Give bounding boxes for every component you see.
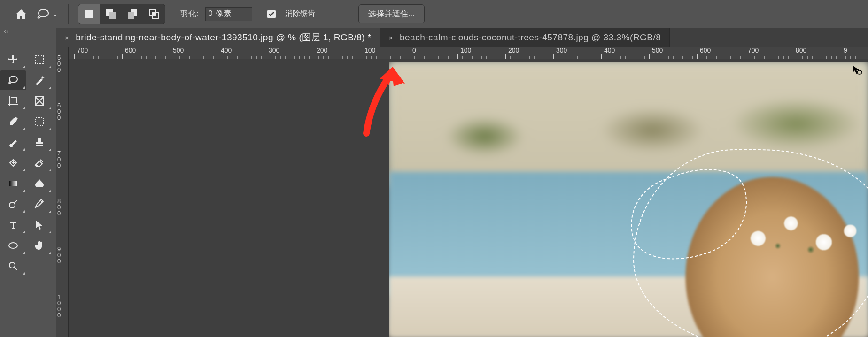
- svg-point-14: [9, 243, 17, 248]
- brush-icon: [8, 137, 19, 148]
- path-select-tool[interactable]: [26, 215, 53, 235]
- lasso-tool-icon: [36, 8, 50, 20]
- current-tool-preset[interactable]: ⌄: [36, 6, 58, 22]
- feather-input[interactable]: [205, 7, 252, 21]
- canvas-viewport: 7006005004003002001000100200300400500600…: [56, 47, 868, 337]
- eraser-icon: [34, 157, 45, 168]
- antialias-label: 消除锯齿: [285, 9, 315, 19]
- type-tool[interactable]: [0, 215, 26, 235]
- antialias-checkbox[interactable]: [267, 10, 276, 18]
- close-icon[interactable]: ×: [389, 34, 393, 42]
- marquee-deselect-icon: [34, 116, 45, 127]
- gradient-tool[interactable]: [0, 174, 26, 193]
- close-icon[interactable]: ×: [65, 34, 69, 42]
- selection-add-icon: [105, 8, 116, 20]
- eyedropper-tool[interactable]: [0, 112, 26, 131]
- crop-icon: [8, 95, 19, 107]
- svg-point-16: [857, 70, 862, 74]
- document-tab-1[interactable]: × bride-standing-near-body-of-water-1393…: [56, 28, 380, 47]
- collapse-chevrons-icon[interactable]: ‹‹: [4, 27, 8, 35]
- toolbox: [0, 47, 56, 337]
- smudge-icon: [34, 178, 45, 189]
- lasso-icon: [8, 75, 19, 86]
- pen-tool[interactable]: [26, 194, 53, 214]
- selection-intersect-button[interactable]: [143, 4, 165, 24]
- type-icon: [8, 219, 19, 230]
- stamp-icon: [34, 137, 45, 148]
- dodge-icon: [8, 199, 19, 210]
- zoom-icon: [8, 260, 19, 272]
- selection-add-button[interactable]: [100, 4, 122, 24]
- selection-subtract-icon: [127, 8, 138, 20]
- selection-combine-modes: [78, 4, 165, 24]
- ruler-horizontal[interactable]: 7006005004003002001000100200300400500600…: [69, 47, 868, 59]
- tool-empty: [26, 256, 53, 276]
- dodge-tool[interactable]: [0, 194, 26, 214]
- lasso-tool[interactable]: [0, 70, 26, 90]
- check-icon: [268, 11, 275, 17]
- svg-rect-10: [36, 118, 43, 125]
- marquee-icon: [34, 54, 45, 65]
- ellipse-icon: [8, 240, 19, 251]
- toolbox-header: ‹‹: [0, 28, 56, 47]
- selection-new-button[interactable]: [78, 4, 100, 24]
- move-icon: [8, 54, 19, 65]
- zoom-tool[interactable]: [0, 256, 26, 276]
- feather-label: 羽化:: [180, 8, 199, 19]
- svg-point-15: [9, 262, 15, 268]
- stamp-tool[interactable]: [26, 132, 53, 152]
- magic-wand-icon: [34, 75, 45, 86]
- lasso-cursor-icon: [852, 65, 862, 75]
- ellipse-tool[interactable]: [0, 236, 26, 255]
- pen-icon: [34, 199, 45, 210]
- canvas-area[interactable]: [69, 59, 868, 337]
- gradient-icon: [8, 178, 19, 189]
- eyedropper-icon: [8, 116, 19, 127]
- document-tab-2[interactable]: × beach-calm-clouds-coconut-trees-457878…: [380, 28, 670, 47]
- select-and-mask-button[interactable]: 选择并遮住...: [358, 4, 425, 23]
- home-button[interactable]: [13, 6, 29, 22]
- move-tool[interactable]: [0, 50, 26, 69]
- healing-icon: [8, 157, 19, 168]
- hand-icon: [34, 240, 45, 251]
- selection-new-icon: [84, 9, 94, 19]
- eraser-tool[interactable]: [26, 153, 53, 173]
- svg-rect-2: [109, 12, 116, 19]
- svg-rect-8: [35, 55, 44, 64]
- svg-rect-7: [152, 12, 156, 16]
- smudge-tool[interactable]: [26, 174, 53, 193]
- document-tab-label: beach-calm-clouds-coconut-trees-457878.j…: [400, 32, 661, 43]
- svg-point-13: [41, 201, 43, 203]
- selection-subtract-button[interactable]: [122, 4, 143, 24]
- selection-intersect-icon: [148, 8, 160, 20]
- home-icon: [15, 8, 27, 20]
- svg-rect-11: [9, 181, 17, 186]
- document-tabs: ‹‹ × bride-standing-near-body-of-water-1…: [0, 28, 868, 47]
- brush-tool[interactable]: [0, 132, 26, 152]
- svg-rect-4: [128, 12, 134, 19]
- hand-tool[interactable]: [26, 236, 53, 255]
- magic-wand-tool[interactable]: [26, 70, 53, 90]
- frame-tool[interactable]: [26, 91, 53, 111]
- marquee-tool[interactable]: [26, 50, 53, 69]
- ruler-vertical[interactable]: 5006007008009001000: [56, 59, 69, 337]
- options-bar: ⌄ 羽化: 消除锯齿 选择并遮住...: [0, 0, 868, 28]
- path-select-icon: [34, 219, 45, 230]
- svg-rect-0: [85, 10, 93, 18]
- image-content: [389, 62, 868, 337]
- healing-tool[interactable]: [0, 153, 26, 173]
- document-tab-label: bride-standing-near-body-of-water-139351…: [76, 31, 371, 44]
- workspace: 7006005004003002001000100200300400500600…: [0, 47, 868, 337]
- marquee-deselect-tool[interactable]: [26, 112, 53, 131]
- crop-tool[interactable]: [0, 91, 26, 111]
- frame-icon: [34, 95, 45, 107]
